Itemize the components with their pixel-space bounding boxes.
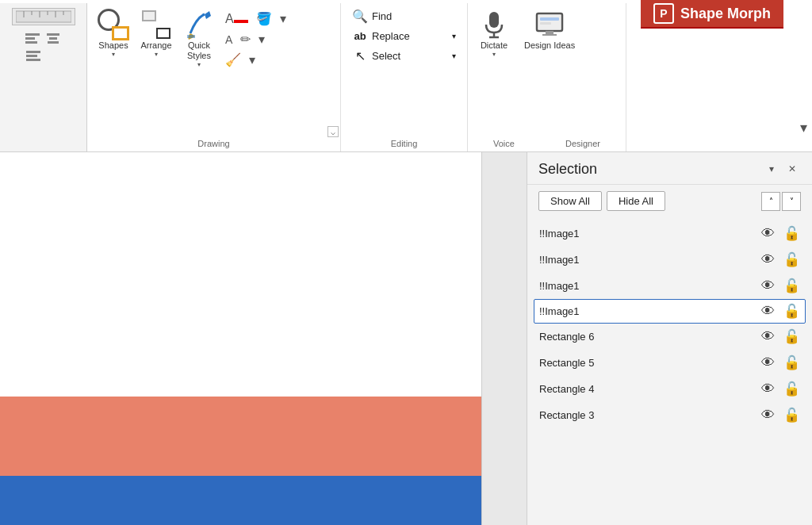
list-item[interactable]: Rectangle 4 👁 🔓 — [527, 376, 812, 402]
panel-close-btn[interactable]: ✕ — [783, 160, 801, 178]
visibility-icon[interactable]: 👁 — [759, 252, 776, 268]
list-item[interactable]: Rectangle 6 👁 🔓 — [527, 324, 812, 350]
svg-rect-22 — [546, 31, 553, 34]
item-name: Rectangle 6 — [539, 331, 759, 343]
select-button[interactable]: ↖ Select ▾ — [347, 46, 461, 66]
lock-icon[interactable]: 🔓 — [783, 381, 800, 397]
find-button[interactable]: 🔍 Find — [347, 6, 461, 26]
select-icon: ↖ — [352, 48, 368, 63]
drawing-label: Drawing — [87, 139, 340, 148]
item-icons: 👁 🔓 — [759, 278, 800, 294]
design-ideas-button[interactable]: Design Ideas — [520, 6, 579, 53]
svg-rect-13 — [26, 51, 40, 53]
dictate-dropdown: ▾ — [492, 51, 496, 58]
outline-btn[interactable]: A — [224, 32, 234, 48]
design-ideas-icon — [534, 9, 565, 40]
svg-rect-24 — [540, 17, 559, 21]
dictate-label: Dictate — [481, 40, 508, 51]
item-name: !!Image1 — [539, 228, 759, 240]
item-name: !!Image1 — [539, 280, 759, 292]
panel-title: Selection — [538, 161, 763, 178]
list-item[interactable]: !!Image1 👁 🔓 — [527, 273, 812, 299]
hide-all-button[interactable]: Hide All — [607, 191, 665, 211]
lock-icon[interactable]: 🔓 — [783, 303, 800, 320]
list-item[interactable]: Rectangle 3 👁 🔓 — [527, 402, 812, 428]
item-name-input[interactable] — [539, 305, 759, 317]
move-down-button[interactable]: ˅ — [782, 192, 801, 211]
design-ideas-label: Design Ideas — [524, 40, 575, 51]
panel-header-icons: ▾ ✕ — [763, 160, 801, 178]
svg-rect-7 — [25, 33, 40, 36]
list-item-active[interactable]: 👁 🔓 — [534, 299, 806, 324]
visibility-icon[interactable]: 👁 — [759, 355, 776, 371]
item-icons: 👁 🔓 — [759, 225, 800, 242]
move-up-button[interactable]: ˄ — [761, 192, 780, 211]
svg-rect-17 — [489, 12, 499, 28]
visibility-icon[interactable]: 👁 — [759, 408, 776, 423]
item-name: Rectangle 3 — [539, 409, 759, 421]
dictate-button[interactable]: Dictate ▾ — [474, 6, 514, 60]
visibility-icon[interactable]: 👁 — [759, 304, 776, 320]
quick-styles-button[interactable]: QuickStyles ▾ — [179, 6, 219, 71]
outline-row: A ✏ ▾ — [224, 30, 288, 48]
lock-icon[interactable]: 🔓 — [783, 225, 800, 242]
replace-button[interactable]: ab Replace ▾ — [347, 28, 461, 44]
list-item[interactable]: Rectangle 5 👁 🔓 — [527, 350, 812, 376]
panel-pin-btn[interactable]: ▾ — [763, 160, 780, 178]
effects-btn[interactable]: ✏ — [239, 30, 252, 48]
editing-label: Editing — [341, 139, 467, 148]
fill-color-btn[interactable]: 🪣 — [255, 10, 274, 28]
show-all-button[interactable]: Show All — [538, 191, 602, 211]
voice-label: Voice — [493, 139, 515, 148]
selection-panel: Selection ▾ ✕ Show All Hide All ˄ ˅ !!Im… — [527, 152, 812, 525]
erase-row: 🧹 ▾ — [224, 51, 288, 69]
quick-styles-icon — [183, 9, 215, 40]
visibility-icon[interactable]: 👁 — [759, 381, 776, 397]
arrange-button[interactable]: Arrange ▾ — [136, 6, 176, 60]
svg-rect-25 — [540, 22, 551, 25]
shapes-icon — [98, 9, 129, 40]
visibility-icon[interactable]: 👁 — [759, 226, 776, 242]
item-icons: 👁 🔓 — [759, 407, 800, 423]
shape-morph-label: Shape Morph — [680, 6, 771, 22]
outline-dropdown[interactable]: ▾ — [257, 30, 266, 48]
ribbon-expand-btn[interactable]: ▾ — [800, 119, 807, 137]
quick-styles-dropdown-arrow: ▾ — [197, 61, 201, 68]
shape-morph-tab[interactable]: P Shape Morph — [641, 0, 783, 29]
erase-dropdown[interactable]: ▾ — [247, 51, 257, 69]
list-item[interactable]: !!Image1 👁 🔓 — [527, 220, 812, 247]
list-item[interactable]: !!Image1 👁 🔓 — [527, 247, 812, 273]
visibility-icon[interactable]: 👁 — [759, 329, 776, 345]
lock-icon[interactable]: 🔓 — [783, 354, 800, 371]
arrange-icon — [140, 9, 172, 40]
shapes-button[interactable]: Shapes ▾ — [94, 6, 133, 60]
lock-icon[interactable]: 🔓 — [783, 328, 800, 345]
slide-page — [0, 152, 482, 525]
erase-btn[interactable]: 🧹 — [224, 51, 243, 69]
svg-rect-9 — [25, 41, 37, 44]
designer-label: Designer — [565, 139, 600, 148]
align-center-icon — [44, 32, 62, 46]
mic-icon — [483, 10, 505, 39]
svg-rect-15 — [26, 59, 40, 61]
align-bottom-icon — [25, 49, 42, 63]
lock-icon[interactable]: 🔓 — [783, 407, 800, 423]
replace-icon: ab — [352, 30, 368, 42]
font-color-dropdown[interactable]: ▾ — [278, 10, 288, 28]
item-icons: 👁 🔓 — [759, 251, 800, 268]
font-color-btn[interactable]: A — [224, 10, 250, 28]
svg-rect-11 — [49, 37, 57, 40]
slide-salmon-rectangle — [0, 397, 481, 476]
lock-icon[interactable]: 🔓 — [783, 251, 800, 268]
svg-rect-12 — [48, 41, 59, 44]
panel-header: Selection ▾ ✕ — [527, 152, 812, 185]
slide-canvas[interactable] — [0, 152, 527, 525]
svg-rect-14 — [26, 55, 37, 57]
svg-rect-8 — [25, 37, 35, 40]
drawing-expand-btn[interactable]: ⌵ — [327, 126, 339, 137]
visibility-icon[interactable]: 👁 — [759, 278, 776, 294]
select-label: Select — [372, 50, 400, 62]
lock-icon[interactable]: 🔓 — [783, 278, 800, 294]
ruler-icon-top — [12, 8, 75, 25]
item-icons: 👁 🔓 — [759, 328, 800, 345]
